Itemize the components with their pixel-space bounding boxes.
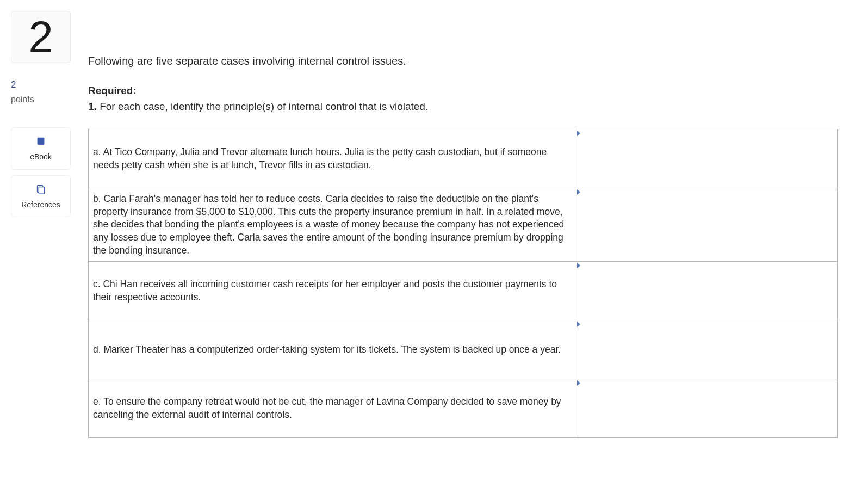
references-label: References [21, 200, 60, 211]
page-layout: 2 2 points eBook References [11, 11, 838, 438]
required-heading: Required: [88, 84, 838, 98]
case-prompt: c. Chi Han receives all incoming custome… [89, 262, 575, 320]
table-row: d. Marker Theater has a computerized ord… [89, 320, 838, 379]
case-prompt: a. At Tico Company, Julia and Trevor alt… [89, 130, 575, 188]
sidebar: 2 2 points eBook References [11, 11, 71, 438]
answer-dropdown[interactable] [575, 379, 838, 438]
table-row: c. Chi Han receives all incoming custome… [89, 262, 838, 320]
required-number: 1. [88, 101, 97, 112]
required-text: For each case, identify the principle(s)… [100, 101, 428, 112]
table-row: b. Carla Farah's manager has told her to… [89, 188, 838, 262]
question-number-box: 2 [11, 11, 71, 63]
answer-dropdown[interactable] [575, 130, 838, 188]
answer-dropdown[interactable] [575, 262, 838, 320]
required-line: 1. For each case, identify the principle… [88, 100, 838, 114]
documents-icon [35, 183, 47, 195]
book-icon [35, 135, 47, 147]
case-prompt: b. Carla Farah's manager has told her to… [89, 188, 575, 262]
table-row: a. At Tico Company, Julia and Trevor alt… [89, 130, 838, 188]
answer-dropdown[interactable] [575, 320, 838, 379]
svg-rect-4 [39, 187, 44, 194]
references-button[interactable]: References [11, 175, 71, 218]
case-prompt: e. To ensure the company retreat would n… [89, 379, 575, 438]
points-label: points [11, 94, 71, 106]
case-prompt: d. Marker Theater has a computerized ord… [89, 320, 575, 379]
main-content: Following are five separate cases involv… [88, 11, 838, 438]
answer-dropdown[interactable] [575, 188, 838, 262]
ebook-button[interactable]: eBook [11, 127, 71, 170]
cases-table: a. At Tico Company, Julia and Trevor alt… [88, 129, 838, 438]
points-value: 2 [11, 78, 71, 91]
question-number: 2 [17, 15, 65, 59]
ebook-label: eBook [30, 152, 52, 163]
table-row: e. To ensure the company retreat would n… [89, 379, 838, 438]
intro-text: Following are five separate cases involv… [88, 53, 838, 69]
